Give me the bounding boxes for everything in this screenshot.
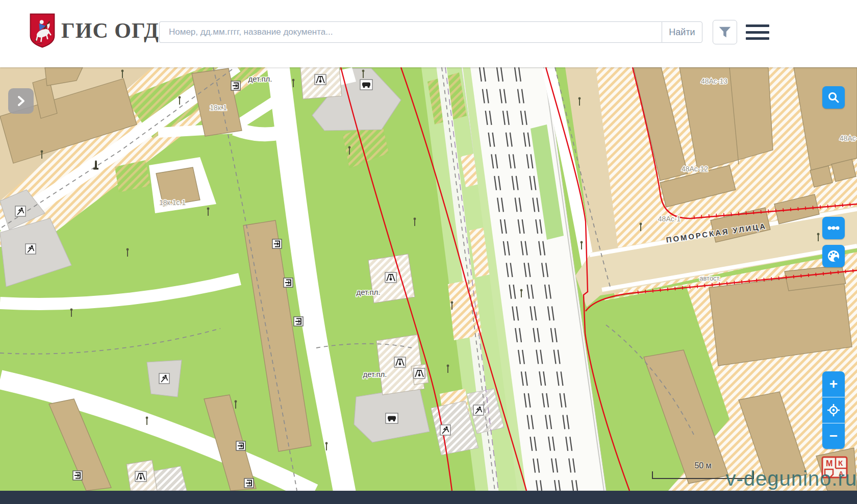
sports-ground-icon — [15, 206, 26, 216]
zoom-out-button[interactable]: − — [822, 423, 845, 449]
zoom-control: + − — [822, 371, 845, 449]
label-parking: автост. — [699, 274, 721, 282]
document-search: Найти — [159, 21, 702, 43]
watermark: v-degunino.ru — [725, 467, 857, 490]
app-header: ГИС ОГД Найти — [0, 0, 857, 67]
palette-icon — [826, 249, 841, 263]
parking-icon — [360, 80, 372, 90]
map-style-button[interactable] — [822, 245, 845, 267]
mkad-letter-k: К — [838, 459, 843, 467]
filter-button[interactable] — [713, 20, 737, 44]
map-search-button[interactable] — [822, 86, 845, 109]
expand-panel-button[interactable] — [8, 88, 34, 114]
label-bldg-48as1: 48Ас-1 — [658, 215, 681, 223]
measure-button[interactable] — [822, 217, 845, 239]
locate-icon — [827, 404, 840, 417]
label-bldg-48as12: 48Ас-12 — [682, 165, 708, 173]
hamburger-icon — [746, 24, 769, 27]
search-input[interactable] — [159, 21, 662, 43]
label-bldg-18k1s1: 18к.1с.1 — [159, 198, 186, 207]
label-playground-low: дет.пл. — [363, 370, 387, 379]
main-menu-button[interactable] — [746, 24, 769, 40]
label-bldg-48as13: 48Ас-13 — [701, 77, 727, 85]
map-canvas[interactable]: дет.пл. дет.пл. дет.пл. 18к.1 18к.1с.1 4… — [0, 67, 857, 491]
label-playground-mid: дет.пл. — [356, 288, 380, 296]
label-bldg-18k1: 18к.1 — [210, 104, 227, 112]
search-button[interactable]: Найти — [662, 21, 702, 43]
magnifier-icon — [827, 91, 840, 104]
basemap-tiles: дет.пл. дет.пл. дет.пл. 18к.1 18к.1с.1 4… — [0, 67, 857, 491]
mkad-letter-m: М — [826, 459, 833, 468]
app-title: ГИС ОГД — [61, 18, 159, 43]
funnel-icon — [717, 25, 733, 39]
label-bldg-48as-edge: 48Ас-1 — [840, 134, 857, 142]
playground-icon — [315, 74, 326, 85]
moscow-coat-of-arms-logo — [29, 13, 56, 48]
locate-button[interactable] — [822, 397, 845, 423]
bottom-bar — [0, 491, 857, 504]
label-playground-top: дет.пл. — [248, 74, 272, 83]
measure-line-icon — [826, 220, 841, 236]
entrance-icon — [231, 81, 240, 90]
zoom-in-button[interactable]: + — [822, 371, 845, 397]
chevron-right-icon — [15, 95, 27, 107]
